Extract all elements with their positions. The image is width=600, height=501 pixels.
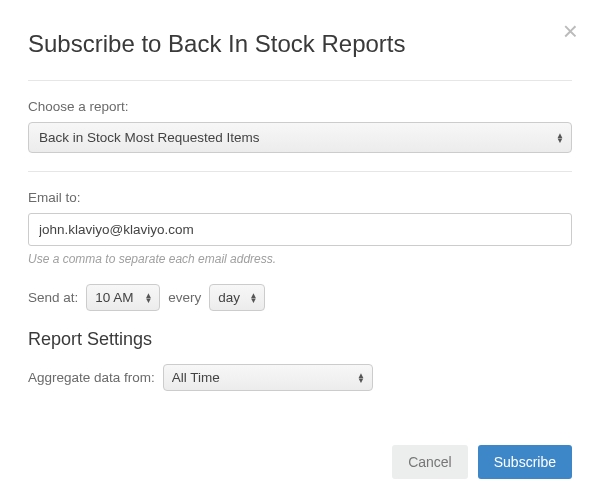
choose-report-select-wrap: Back in Stock Most Requested Items ▲▼ [28,122,572,153]
email-to-input[interactable] [28,213,572,246]
aggregate-select-wrap: All Time ▲▼ [163,364,373,391]
send-interval-select[interactable]: day [209,284,265,311]
send-at-label: Send at: [28,290,78,305]
choose-report-label: Choose a report: [28,99,572,114]
email-to-label: Email to: [28,190,572,205]
send-time-select[interactable]: 10 AM [86,284,160,311]
report-settings-header: Report Settings [28,329,572,350]
send-time-select-wrap: 10 AM ▲▼ [86,284,160,311]
email-to-section: Email to: Use a comma to separate each e… [28,190,572,266]
aggregate-select[interactable]: All Time [163,364,373,391]
cancel-button[interactable]: Cancel [392,445,468,479]
every-label: every [168,290,201,305]
send-at-row: Send at: 10 AM ▲▼ every day ▲▼ [28,284,572,311]
send-interval-select-wrap: day ▲▼ [209,284,265,311]
email-hint: Use a comma to separate each email addre… [28,252,572,266]
modal-title: Subscribe to Back In Stock Reports [28,30,572,58]
subscribe-button[interactable]: Subscribe [478,445,572,479]
footer-actions: Cancel Subscribe [392,445,572,479]
choose-report-section: Choose a report: Back in Stock Most Requ… [28,99,572,153]
divider [28,171,572,172]
aggregate-label: Aggregate data from: [28,370,155,385]
close-button[interactable]: × [563,18,578,44]
choose-report-select[interactable]: Back in Stock Most Requested Items [28,122,572,153]
aggregate-row: Aggregate data from: All Time ▲▼ [28,364,572,391]
divider [28,80,572,81]
